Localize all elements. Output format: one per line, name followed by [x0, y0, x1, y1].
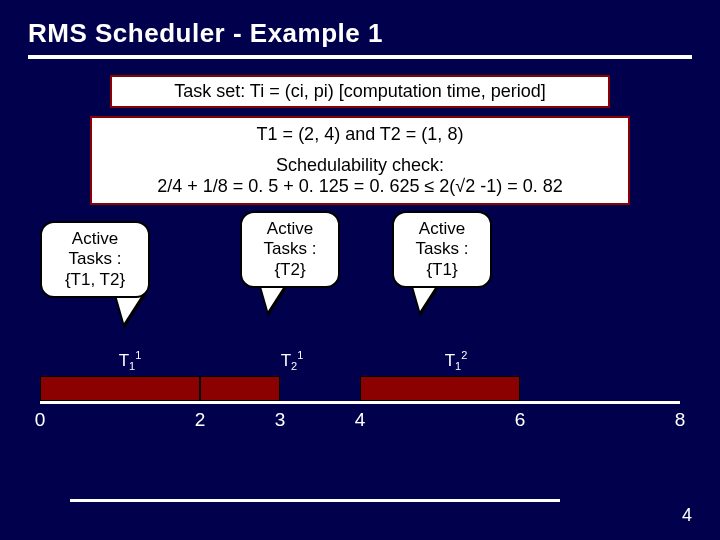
- callout-active-2: Active Tasks : {T2}: [240, 211, 340, 288]
- divider-bottom: [70, 499, 560, 502]
- bar-sub: 2: [291, 360, 297, 372]
- tick-0: 0: [20, 409, 60, 431]
- tick-2: 2: [180, 409, 220, 431]
- callout-line: Tasks :: [416, 239, 469, 258]
- bar-label-t1-2: T12: [426, 351, 486, 371]
- callout-line: Active: [419, 219, 465, 238]
- bar-t1-2: [360, 376, 520, 401]
- tick-6: 6: [500, 409, 540, 431]
- bar-sub: 1: [455, 360, 461, 372]
- bar-text: T: [119, 351, 129, 370]
- page-number: 4: [682, 505, 692, 526]
- callout-line: Active: [72, 229, 118, 248]
- tasks-def: T1 = (2, 4) and T2 = (1, 8): [100, 124, 620, 145]
- bar-label-t2-1: T21: [262, 351, 322, 371]
- sched-check-label: Schedulability check:: [100, 155, 620, 176]
- bar-sup: 1: [297, 349, 303, 361]
- bar-sup: 1: [135, 349, 141, 361]
- divider-top: [28, 55, 692, 59]
- bar-t1-1: [40, 376, 200, 401]
- callout-active-1: Active Tasks : {T1, T2}: [40, 221, 150, 298]
- callout-line: Active: [267, 219, 313, 238]
- bar-text: T: [445, 351, 455, 370]
- tick-3: 3: [260, 409, 300, 431]
- bar-sub: 1: [129, 360, 135, 372]
- callout-line: Tasks :: [264, 239, 317, 258]
- timeline-axis: [40, 401, 680, 404]
- callout-line: Tasks :: [69, 249, 122, 268]
- bar-t2-1: [200, 376, 280, 401]
- page-title: RMS Scheduler - Example 1: [28, 18, 692, 49]
- bar-label-t1-1: T11: [100, 351, 160, 371]
- schedulability-box: T1 = (2, 4) and T2 = (1, 8) Schedulabili…: [90, 116, 630, 205]
- callout-line: {T1, T2}: [65, 270, 125, 289]
- callout-line: {T2}: [274, 260, 305, 279]
- bar-text: T: [281, 351, 291, 370]
- bar-sup: 2: [461, 349, 467, 361]
- sched-check-eq: 2/4 + 1/8 = 0. 5 + 0. 125 = 0. 625 ≤ 2(√…: [100, 176, 620, 197]
- tick-8: 8: [660, 409, 700, 431]
- timeline-chart: Active Tasks : {T1, T2} Active Tasks : {…: [40, 221, 680, 461]
- callout-line: {T1}: [426, 260, 457, 279]
- tick-4: 4: [340, 409, 380, 431]
- taskset-text: Task set: Ti = (ci, pi) [computation tim…: [174, 81, 546, 101]
- taskset-box: Task set: Ti = (ci, pi) [computation tim…: [110, 75, 610, 108]
- callout-active-3: Active Tasks : {T1}: [392, 211, 492, 288]
